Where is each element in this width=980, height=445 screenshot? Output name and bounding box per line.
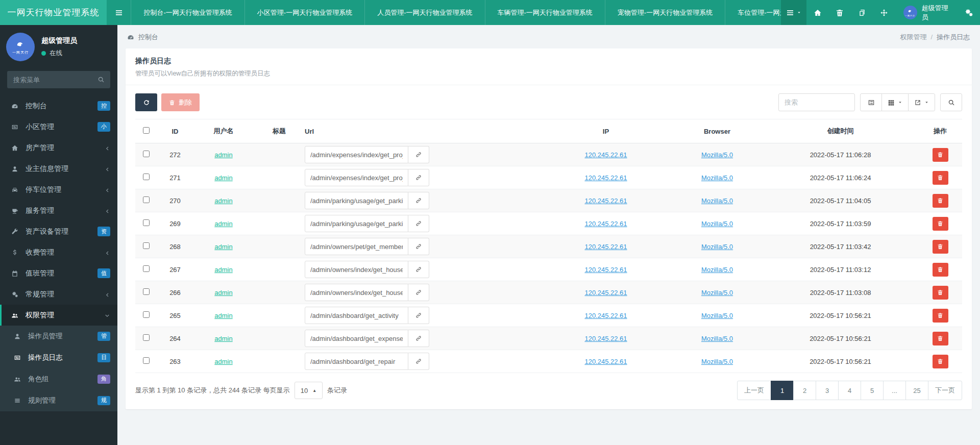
ip-link[interactable]: 120.245.22.61	[584, 266, 627, 274]
search-button[interactable]	[940, 93, 962, 111]
ip-link[interactable]: 120.245.22.61	[584, 243, 627, 251]
sidebar-item[interactable]: 资产设备管理资	[0, 221, 117, 242]
delete-row-button[interactable]	[933, 194, 948, 208]
ip-link[interactable]: 120.245.22.61	[584, 174, 627, 182]
sidebar-item[interactable]: 收费管理	[0, 242, 117, 263]
browser-link[interactable]: Mozilla/5.0	[701, 243, 733, 251]
open-url-button[interactable]	[408, 284, 429, 301]
username-link[interactable]: admin	[214, 358, 232, 365]
ip-link[interactable]: 120.245.22.61	[584, 151, 627, 159]
browser-link[interactable]: Mozilla/5.0	[701, 358, 733, 365]
sidebar-item[interactable]: 常规管理	[0, 284, 117, 305]
open-url-button[interactable]	[408, 307, 429, 324]
sidebar-item-sub[interactable]: 操作员管理管	[0, 326, 117, 347]
url-input[interactable]	[305, 261, 408, 278]
page-button[interactable]: 上一页	[737, 381, 771, 400]
ip-link[interactable]: 120.245.22.61	[584, 358, 627, 365]
open-url-button[interactable]	[408, 215, 429, 232]
row-checkbox[interactable]	[143, 311, 150, 318]
page-button[interactable]: 下一页	[928, 381, 962, 400]
ip-link[interactable]: 120.245.22.61	[584, 335, 627, 342]
sidebar-item[interactable]: 房产管理	[0, 137, 117, 158]
ip-link[interactable]: 120.245.22.61	[584, 197, 627, 205]
browser-link[interactable]: Mozilla/5.0	[701, 266, 733, 274]
user-menu[interactable]: 一网天行 超级管理员	[895, 0, 958, 25]
browser-link[interactable]: Mozilla/5.0	[701, 335, 733, 342]
delete-row-button[interactable]	[933, 309, 948, 323]
browser-link[interactable]: Mozilla/5.0	[701, 174, 733, 182]
delete-row-button[interactable]	[933, 171, 948, 185]
open-url-button[interactable]	[408, 192, 429, 209]
delete-row-button[interactable]	[933, 148, 948, 162]
menu-search-input[interactable]	[7, 71, 110, 88]
browser-link[interactable]: Mozilla/5.0	[701, 197, 733, 205]
sidebar-toggle-button[interactable]	[107, 0, 131, 25]
open-url-button[interactable]	[408, 353, 429, 370]
row-checkbox[interactable]	[143, 334, 150, 341]
sidebar-item-sub[interactable]: 操作员日志日	[0, 347, 117, 368]
username-link[interactable]: admin	[214, 220, 232, 228]
username-link[interactable]: admin	[214, 335, 232, 342]
url-input[interactable]	[305, 353, 408, 370]
sidebar-item[interactable]: 值班管理值	[0, 263, 117, 284]
page-button[interactable]: 5	[861, 381, 884, 400]
username-link[interactable]: admin	[214, 197, 232, 205]
page-button[interactable]: 4	[838, 381, 861, 400]
sidebar-item[interactable]: 控制台控	[0, 95, 117, 116]
username-link[interactable]: admin	[214, 243, 232, 251]
open-url-button[interactable]	[408, 146, 429, 163]
ip-link[interactable]: 120.245.22.61	[584, 312, 627, 319]
url-input[interactable]	[305, 238, 408, 255]
username-link[interactable]: admin	[214, 266, 232, 274]
ip-link[interactable]: 120.245.22.61	[584, 220, 627, 228]
username-link[interactable]: admin	[214, 289, 232, 296]
open-url-button[interactable]	[408, 238, 429, 255]
navbar-tab[interactable]: 控制台-一网天行物业管理系统	[131, 0, 244, 25]
url-input[interactable]	[305, 330, 408, 347]
detail-view-button[interactable]	[860, 93, 882, 111]
navbar-tab[interactable]: 车辆管理-一网天行物业管理系统	[485, 0, 605, 25]
breadcrumb[interactable]: 控制台	[127, 33, 158, 42]
row-checkbox[interactable]	[143, 151, 150, 157]
copy-button[interactable]	[851, 0, 873, 25]
delete-row-button[interactable]	[933, 263, 948, 277]
page-button[interactable]: 3	[816, 381, 839, 400]
page-button[interactable]: 2	[793, 381, 816, 400]
row-checkbox[interactable]	[143, 174, 150, 180]
row-checkbox[interactable]	[143, 219, 150, 226]
username-link[interactable]: admin	[214, 174, 232, 182]
username-link[interactable]: admin	[214, 151, 232, 159]
delete-row-button[interactable]	[933, 355, 948, 368]
delete-row-button[interactable]	[933, 240, 948, 254]
clear-button[interactable]	[829, 0, 851, 25]
delete-row-button[interactable]	[933, 217, 948, 231]
tabs-dropdown-button[interactable]	[781, 0, 807, 25]
sidebar-item[interactable]: 业主信息管理	[0, 158, 117, 179]
browser-link[interactable]: Mozilla/5.0	[701, 220, 733, 228]
url-input[interactable]	[305, 192, 408, 209]
browser-link[interactable]: Mozilla/5.0	[701, 312, 733, 319]
sidebar-item-sub[interactable]: 角色组角	[0, 368, 117, 390]
navbar-tab[interactable]: 人员管理-一网天行物业管理系统	[365, 0, 485, 25]
ip-link[interactable]: 120.245.22.61	[584, 289, 627, 296]
delete-row-button[interactable]	[933, 286, 948, 300]
url-input[interactable]	[305, 169, 408, 186]
navbar-tab[interactable]: 小区管理-一网天行物业管理系统	[245, 0, 365, 25]
open-url-button[interactable]	[408, 330, 429, 347]
sidebar-item[interactable]: 小区管理小	[0, 116, 117, 137]
sidebar-item-sub[interactable]: 规则管理规	[0, 390, 117, 411]
url-input[interactable]	[305, 284, 408, 301]
home-button[interactable]	[806, 0, 828, 25]
open-url-button[interactable]	[408, 169, 429, 186]
export-button[interactable]	[908, 93, 935, 111]
select-all-checkbox[interactable]	[143, 127, 150, 134]
browser-link[interactable]: Mozilla/5.0	[701, 289, 733, 296]
sidebar-item[interactable]: 停车位管理	[0, 179, 117, 200]
fullscreen-button[interactable]	[873, 0, 895, 25]
url-input[interactable]	[305, 307, 408, 324]
sidebar-item[interactable]: 服务管理	[0, 200, 117, 221]
delete-button[interactable]: 删除	[161, 93, 200, 111]
table-search-input[interactable]	[778, 93, 855, 111]
navbar-tab[interactable]: 宠物管理-一网天行物业管理系统	[605, 0, 725, 25]
settings-button[interactable]	[958, 0, 980, 25]
